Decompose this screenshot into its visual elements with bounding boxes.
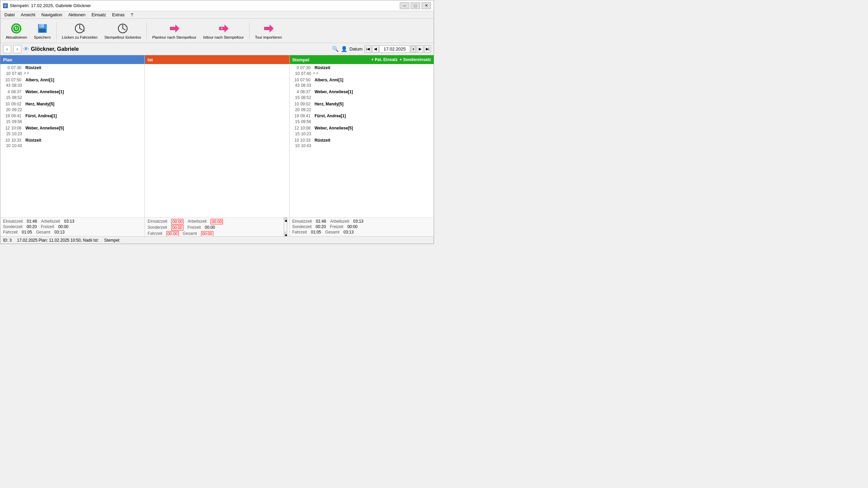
speichern-button[interactable]: Speichern (31, 20, 54, 42)
entry-sub-time: 08:52 (12, 95, 22, 101)
plan-column-header: Plan (0, 55, 144, 64)
sondereinsatz-action[interactable]: + Sondereinsatz (400, 57, 431, 62)
aktualisieren-button[interactable]: ↻ Aktualisieren (3, 20, 30, 42)
svg-text:!: ! (125, 24, 126, 28)
ist-sonderzeit-value: 00:00 (171, 225, 183, 230)
entry-name: Albers, Anni[1] (25, 77, 54, 83)
ist-arbeitszeit-value: 00:00 (211, 219, 223, 224)
ist-column-body[interactable] (145, 64, 289, 217)
entry-num: 0 (292, 65, 299, 71)
list-item[interactable]: 1010:33Rüstzeit1010:43 (2, 137, 143, 149)
stempeltour-button[interactable]: ! Stempeltour lückenlos (102, 20, 144, 42)
entry-num: 10 (292, 101, 299, 107)
entry-time: 10:08 (11, 125, 24, 131)
menu-help[interactable]: ? (128, 12, 136, 18)
stempel-header-actions: + Pat. Einsatz + Sondereinsatz (371, 57, 431, 62)
stempel-footer-row-1: Einsatzzeit 01:48 Arbeitszeit 03:13 (292, 219, 431, 224)
list-item[interactable]: 408:37Weber, Anneliese[1]1508:52 (291, 89, 432, 101)
nav-date-input[interactable] (379, 45, 410, 53)
entry-sub-num: 43 (3, 83, 11, 88)
nav-date-first-button[interactable]: |◀ (364, 45, 371, 53)
svg-text:↻: ↻ (14, 26, 18, 31)
nav-search-icon[interactable]: 🔍 (332, 46, 339, 52)
entry-sub-time: 10:43 (12, 143, 22, 149)
list-item[interactable]: 1010:33Rüstzeit1010:43 (291, 137, 432, 149)
entry-time: 09:02 (11, 101, 24, 107)
entry-name: Herz, Mandy[5] (25, 101, 54, 107)
menu-ansicht[interactable]: Ansicht (18, 12, 38, 18)
svg-marker-15 (170, 24, 179, 33)
stempel-column-footer: Einsatzzeit 01:48 Arbeitszeit 03:13 Sond… (290, 217, 434, 236)
plan-column-body[interactable]: 007:30Rüstzeit1007:40 ✕✕1007:50Albers, A… (0, 64, 144, 217)
tourimport-button[interactable]: Tour importieren (252, 20, 284, 42)
ist-header-label: Ist (147, 57, 153, 62)
stempel-column-body[interactable]: 007:30Rüstzeit1007:40 ✕✕1007:50Albers, A… (290, 64, 434, 217)
menu-datei[interactable]: Datei (2, 12, 17, 18)
nav-date-dropdown-button[interactable]: ▾ (411, 45, 416, 53)
nav-person-icon[interactable]: 👤 (341, 46, 348, 52)
ist-einsatzzeit-label: Einsatzzeit (147, 219, 167, 224)
list-item[interactable]: 1909:41Fürst, Andrea[1]1509:56 (2, 113, 143, 125)
close-button[interactable]: ✕ (421, 2, 431, 9)
stempeltour-label: Stempeltour lückenlos (104, 35, 141, 39)
entry-sub-time: 07:40 (301, 71, 311, 77)
svg-line-9 (80, 28, 82, 30)
entry-sub-num: 15 (3, 119, 11, 125)
plan-column-footer: Einsatzzeit 01:48 Arbeitszeit 03:13 Sond… (0, 217, 144, 236)
nav-date-last-button[interactable]: ▶| (424, 45, 431, 53)
ist-scrollbar-down[interactable]: ▼ (284, 233, 287, 236)
menu-aktionen[interactable]: Aktionen (65, 12, 88, 18)
columns-container: Plan 007:30Rüstzeit1007:40 ✕✕1007:50Albe… (0, 55, 434, 236)
list-item[interactable]: 1210:08Weber, Anneliese[5]1510:23 (291, 125, 432, 137)
list-item[interactable]: 1210:08Weber, Anneliese[5]1510:23 (2, 125, 143, 137)
list-item[interactable]: 1909:41Fürst, Andrea[1]1509:56 (291, 113, 432, 125)
entry-time: 09:02 (300, 101, 313, 107)
minimize-button[interactable]: ─ (400, 2, 409, 9)
entry-num: 10 (292, 77, 299, 83)
aktualisieren-label: Aktualisieren (6, 35, 27, 39)
entry-name: Fürst, Andrea[1] (315, 113, 346, 119)
ist-footer-row-3: Fahrzeit 00:00 Gesamt 00:00 (147, 231, 286, 236)
app-icon: ✔ (3, 3, 8, 8)
entry-sub-num: 15 (3, 95, 11, 101)
entry-name: Rüstzeit (25, 65, 41, 71)
entry-time: 10:08 (300, 125, 313, 131)
stempel-sonderzeit-value: 00:20 (316, 224, 326, 229)
ist-gesamt-value: 00:00 (201, 231, 213, 236)
menu-einsatz[interactable]: Einsatz (89, 12, 109, 18)
nav-prev-button[interactable]: ‹ (3, 45, 11, 53)
entry-time: 09:41 (300, 113, 313, 119)
nav-date-prev-button[interactable]: ◀ (372, 45, 379, 53)
nav-datum-label: Datum (350, 46, 362, 52)
list-item[interactable]: 007:30Rüstzeit1007:40 ✕✕ (291, 65, 432, 77)
list-item[interactable]: 1007:50Albers, Anni[1]4308:33 (291, 77, 432, 89)
ist-scrollbar-up[interactable]: ▲ (284, 218, 287, 221)
entry-num: 4 (2, 89, 10, 95)
toolbar-sep-1 (56, 22, 57, 39)
ist-scrollbar-track (284, 222, 287, 232)
entry-name: Fürst, Andrea[1] (25, 113, 57, 119)
menu-navigation[interactable]: Navigation (39, 12, 65, 18)
ist-footer-row-1: Einsatzzeit 00:00 Arbeitszeit 00:00 (147, 219, 286, 224)
entry-num: 10 (2, 138, 10, 143)
maximize-button[interactable]: □ (411, 2, 420, 9)
entry-time: 07:30 (11, 65, 24, 71)
list-item[interactable]: 1009:02Herz, Mandy[5]2009:22 (291, 101, 432, 113)
plan-header-label: Plan (3, 57, 12, 62)
plantour-button[interactable]: Plantour nach Stempeltour (150, 20, 199, 42)
list-item[interactable]: 007:30Rüstzeit1007:40 ✕✕ (2, 65, 143, 77)
entry-num: 19 (292, 113, 299, 119)
list-item[interactable]: 1007:50Albers, Anni[1]4308:33 (2, 77, 143, 89)
menu-extras[interactable]: Extras (110, 12, 127, 18)
isttour-button[interactable]: ▾ Isttour nach Stempeltour (200, 20, 246, 42)
speichern-label: Speichern (34, 35, 51, 39)
svg-text:▾: ▾ (221, 27, 223, 30)
list-item[interactable]: 408:37Weber, Anneliese[1]1508:52 (2, 89, 143, 101)
stempel-einsatzzeit-label: Einsatzzeit (292, 219, 312, 224)
nav-next-button[interactable]: › (13, 45, 21, 53)
nav-date-next-button[interactable]: ▶ (417, 45, 423, 53)
pat-einsatz-action[interactable]: + Pat. Einsatz (371, 57, 398, 62)
entry-sub-num: 15 (292, 131, 300, 137)
list-item[interactable]: 1009:02Herz, Mandy[5]2009:22 (2, 101, 143, 113)
luecken-button[interactable]: Lücken zu Fahrzeiten (59, 20, 100, 42)
